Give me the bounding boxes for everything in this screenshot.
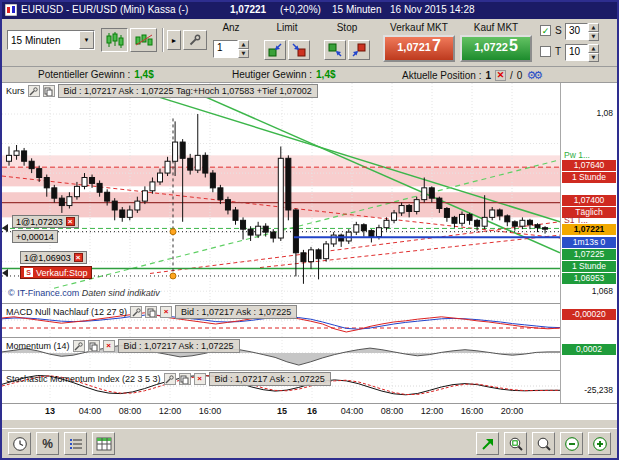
momentum-settings-button[interactable] — [73, 340, 85, 352]
buy-price: 1,0722 — [474, 41, 508, 53]
timeframe-select[interactable]: 15 Minuten ▼ — [7, 30, 95, 50]
s-decrement[interactable]: ▼ — [588, 32, 599, 41]
t-decrement[interactable]: ▼ — [588, 53, 599, 62]
buy-stop-button[interactable] — [324, 40, 346, 60]
buy-stop-icon — [328, 43, 342, 57]
anz-value[interactable]: 1 — [213, 40, 238, 58]
buy-market-button[interactable]: 1,0722 5 — [460, 35, 532, 62]
stochastic-copy-button[interactable] — [179, 373, 191, 385]
green-level-price-badge: 1,07225 — [562, 249, 616, 260]
settings-gears-icon[interactable]: ⚙⚙ — [526, 69, 540, 82]
table-button[interactable] — [92, 432, 115, 455]
titlebar[interactable]: EURUSD - EUR/USD (Mini) Kassa (-) 1,0722… — [2, 2, 617, 19]
anz-increment[interactable]: ▲ — [238, 40, 249, 49]
s-value[interactable]: 30 — [565, 23, 588, 40]
stop-icon: S — [24, 268, 33, 277]
info-bar: Potentieller Gewinn : 1,4$ Heutiger Gewi… — [2, 67, 617, 83]
macd-copy-button[interactable] — [145, 306, 157, 318]
zoom-in-button[interactable] — [588, 432, 611, 455]
macd-close-button[interactable]: × — [160, 306, 172, 318]
expand-toolbar-button[interactable]: ► — [167, 30, 181, 50]
wrench-icon — [74, 342, 83, 351]
target-checkbox[interactable] — [540, 46, 551, 57]
percent-button[interactable]: % — [36, 432, 59, 455]
price-chart-settings-button[interactable] — [28, 85, 40, 97]
s-stepper[interactable]: 30 ▲ ▼ — [565, 23, 599, 40]
zoom-reset-button[interactable] — [532, 432, 555, 455]
detach-chart-button[interactable] — [476, 432, 499, 455]
time-tick: 16 — [307, 406, 317, 416]
position-pnl-box: +0,00014 — [12, 230, 58, 243]
clock-button[interactable] — [8, 432, 31, 455]
t-value[interactable]: 10 — [565, 44, 588, 61]
time-tick: 15 — [277, 406, 287, 416]
momentum-copy-button[interactable] — [88, 340, 100, 352]
stop-order-type: Verkauf:Stop — [36, 268, 88, 278]
time-tick: 08:00 — [381, 406, 404, 416]
title-price: 1,07221 — [230, 4, 266, 15]
sell-limit-button[interactable] — [288, 40, 310, 60]
t-increment[interactable]: ▲ — [588, 44, 599, 53]
momentum-close-button[interactable]: × — [103, 340, 115, 352]
zoom-out-button[interactable] — [560, 432, 583, 455]
macd-value-badge: -0,00020 — [562, 309, 616, 320]
anz-stepper[interactable]: 1 ▲ ▼ — [213, 40, 249, 58]
s-label: S — [555, 25, 562, 36]
last-price-badge: 1,07221 — [562, 224, 616, 235]
open-position-box[interactable]: 1@1,07203 × — [12, 215, 79, 228]
stochastic-settings-button[interactable] — [164, 373, 176, 385]
price-chart-copy-button[interactable] — [43, 85, 55, 97]
close-icon[interactable]: × — [74, 253, 83, 262]
t-stepper[interactable]: 10 ▲ ▼ — [565, 44, 599, 61]
toolbar-divider — [162, 28, 164, 52]
list-icon — [68, 436, 84, 452]
close-icon[interactable]: × — [66, 217, 75, 226]
list-button[interactable] — [64, 432, 87, 455]
time-axis[interactable]: 1304:0008:0012:0016:00151604:0008:0012:0… — [2, 403, 617, 419]
stochastic-panel: Stochastic Momentum Index (22 3 5 3) × B… — [2, 371, 560, 403]
zoom-in-icon — [592, 436, 608, 452]
clock-icon — [12, 436, 28, 452]
resistance2-price-badge: 1,07400 — [562, 195, 616, 206]
sell-limit-icon — [292, 43, 306, 57]
time-tick: 04:00 — [79, 406, 102, 416]
stochastic-close-button[interactable]: × — [194, 373, 206, 385]
stop-order-box[interactable]: 1@1,06903 × — [20, 251, 87, 264]
chevron-down-icon[interactable]: ▼ — [79, 31, 94, 49]
copy-icon — [147, 308, 156, 317]
price-axis[interactable]: 1,08 Pw 1... 1,07640 1 Stunde 1,07400 Tä… — [560, 83, 617, 403]
panel-separator — [2, 370, 617, 371]
wrench-icon — [29, 87, 38, 96]
s-increment[interactable]: ▲ — [588, 23, 599, 32]
chart-style-candles-button[interactable] — [101, 28, 128, 52]
wrench-icon — [189, 34, 201, 46]
zoom-out-icon — [564, 436, 580, 452]
macd-panel: MACD Null Nachlauf (12 27 9) × Bid : 1,0… — [2, 304, 560, 337]
zoom-area-icon — [508, 436, 524, 452]
stop-checkbox[interactable]: ✓ — [540, 25, 551, 36]
main-toolbar: 15 Minuten ▼ ► — [2, 19, 617, 67]
position-pnl-value: +0,00014 — [16, 232, 54, 242]
close-position-icon[interactable]: ✕ — [495, 70, 506, 81]
sell-stop-button[interactable] — [348, 40, 370, 60]
stop-order-tag[interactable]: S Verkauf:Stop — [20, 266, 92, 279]
momentum-bidask-pill: Bid : 1,07217 Ask : 1,07225 — [118, 339, 240, 353]
anz-decrement[interactable]: ▼ — [238, 49, 249, 58]
time-tick: 12:00 — [421, 406, 444, 416]
price-chart-panel: Kurs Bid : 1,07217 Ask : 1,07225 Tag:+Ho… — [2, 83, 560, 303]
chart-style-line-button[interactable] — [130, 28, 157, 52]
play-icon: ► — [171, 37, 178, 44]
time-tick: 12:00 — [159, 406, 182, 416]
buy-limit-button[interactable] — [264, 40, 286, 60]
resistance1-name-badge: 1 Stunde — [562, 172, 616, 183]
time-tick: 20:00 — [501, 406, 524, 416]
anz-label: Anz — [213, 22, 249, 33]
zoom-select-button[interactable] — [504, 432, 527, 455]
window-title: EURUSD - EUR/USD (Mini) Kassa (-) — [21, 4, 188, 15]
sell-market-button[interactable]: 1,0721 7 — [383, 35, 455, 62]
copy-icon — [44, 87, 53, 96]
sell-market-label: Verkauf MKT — [383, 22, 455, 33]
chart-settings-button[interactable] — [183, 30, 207, 50]
macd-settings-button[interactable] — [130, 306, 142, 318]
axis-label: 1,068 — [592, 286, 613, 296]
